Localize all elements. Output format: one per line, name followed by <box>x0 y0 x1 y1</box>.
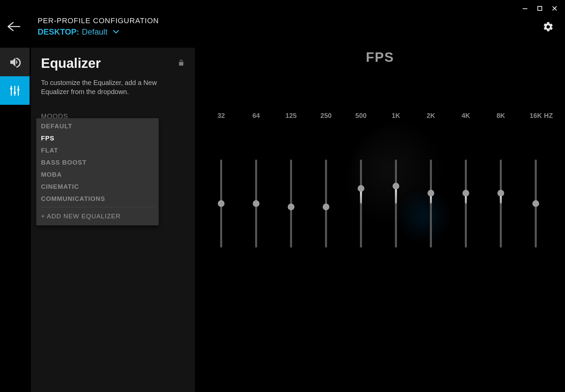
dropdown-separator <box>41 207 154 207</box>
eq-band-label: 1K <box>392 112 400 120</box>
header: PER-PROFILE CONFIGURATION DESKTOP: Defau… <box>3 11 565 42</box>
sidebar-rail <box>0 48 30 105</box>
moods-dropdown[interactable]: DEFAULTFPSFLATBASS BOOSTMOBACINEMATICCOM… <box>36 118 159 225</box>
slider-track <box>430 160 432 248</box>
profile-selector[interactable]: DESKTOP: Default <box>38 27 159 37</box>
eq-slider-8K[interactable] <box>497 160 504 248</box>
eq-band-label: 16K <box>530 112 542 120</box>
hz-label: HZ <box>544 112 553 120</box>
slider-track <box>500 160 502 248</box>
eq-band-label: 4K <box>461 112 470 120</box>
slider-thumb[interactable] <box>532 200 539 207</box>
sidebar-item-acoustics[interactable] <box>0 48 30 76</box>
moods-option-flat[interactable]: FLAT <box>36 144 159 157</box>
slider-track <box>465 160 467 248</box>
slider-thumb[interactable] <box>393 183 399 189</box>
svg-point-7 <box>14 91 16 94</box>
moods-option-bass-boost[interactable]: BASS BOOST <box>36 157 159 169</box>
moods-option-cinematic[interactable]: CINEMATIC <box>36 181 159 193</box>
eq-slider-500[interactable] <box>358 160 364 248</box>
slider-thumb[interactable] <box>358 185 364 192</box>
moods-option-communications[interactable]: COMMUNICATIONS <box>36 193 159 205</box>
eq-slider-64[interactable] <box>253 160 259 248</box>
panel-title: Equalizer <box>41 56 101 71</box>
eq-slider-32[interactable] <box>218 160 225 248</box>
svg-point-8 <box>17 88 19 91</box>
moods-option-moba[interactable]: MOBA <box>36 169 159 181</box>
desktop-prefix: DESKTOP: <box>38 27 79 37</box>
slider-track <box>360 160 362 248</box>
eq-slider-2K[interactable] <box>428 160 434 248</box>
slider-thumb[interactable] <box>218 200 225 207</box>
eq-band-labels: HZ 32641252505001K2K4K8K16K <box>195 112 565 123</box>
eq-band-label: 250 <box>320 112 331 120</box>
eq-slider-125[interactable] <box>288 160 294 248</box>
eq-band-label: 2K <box>427 112 435 120</box>
slider-thumb[interactable] <box>462 190 469 197</box>
chevron-down-icon <box>113 30 119 34</box>
eq-slider-16K[interactable] <box>532 160 539 248</box>
slider-thumb[interactable] <box>288 204 294 210</box>
add-new-equalizer-button[interactable]: + ADD NEW EQUALIZER <box>36 209 159 222</box>
settings-button[interactable] <box>541 19 556 34</box>
moods-option-fps[interactable]: FPS <box>36 132 159 144</box>
profile-name: Default <box>82 27 108 37</box>
eq-sliders <box>195 160 565 248</box>
slider-thumb[interactable] <box>428 190 434 197</box>
equalizer-main: FPS HZ 32641252505001K2K4K8K16K <box>195 48 565 392</box>
svg-point-6 <box>10 87 12 90</box>
moods-option-default[interactable]: DEFAULT <box>36 120 159 132</box>
back-button[interactable] <box>3 11 24 42</box>
slider-track <box>395 160 397 248</box>
eq-band-label: 64 <box>252 112 260 120</box>
config-label: PER-PROFILE CONFIGURATION <box>38 16 159 25</box>
eq-band-label: 500 <box>355 112 366 120</box>
slider-thumb[interactable] <box>253 200 259 207</box>
svg-rect-0 <box>523 8 527 9</box>
sidebar-item-equalizer[interactable] <box>0 76 30 105</box>
eq-slider-1K[interactable] <box>393 160 399 248</box>
lock-icon[interactable] <box>177 59 185 68</box>
eq-slider-250[interactable] <box>323 160 329 248</box>
svg-rect-1 <box>538 6 542 10</box>
eq-band-label: 125 <box>285 112 296 120</box>
eq-band-label: 32 <box>217 112 225 120</box>
slider-thumb[interactable] <box>323 204 329 210</box>
eq-band-label: 8K <box>496 112 505 120</box>
preset-title: FPS <box>195 50 565 65</box>
slider-thumb[interactable] <box>497 190 504 197</box>
panel-description: To customize the Equalizer, add a New Eq… <box>41 78 169 96</box>
eq-slider-4K[interactable] <box>462 160 469 248</box>
